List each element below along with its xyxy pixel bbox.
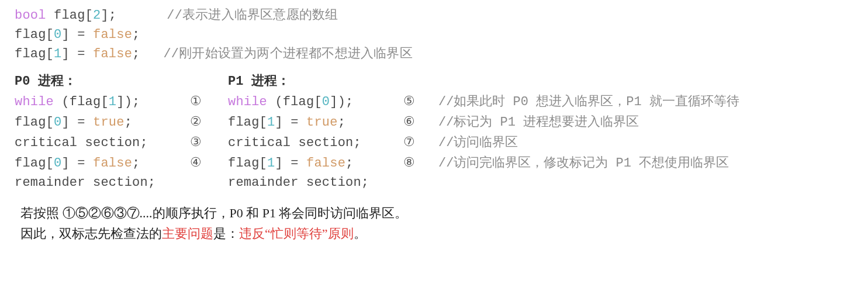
assign: ] = (61, 156, 93, 171)
step-5-icon: ⑤ (403, 91, 415, 110)
decl-line-3: flag[1] = false;//刚开始设置为两个进程都不想进入临界区 (15, 44, 853, 64)
semi: ; (132, 47, 140, 61)
assign: ] = (61, 115, 93, 130)
p0-line-1: while (flag[1]); (15, 92, 190, 112)
notes-2e: 。 (354, 226, 366, 241)
cond-open: (flag[ (54, 95, 109, 109)
idx: 0 (54, 115, 61, 130)
p1-line-1: while (flag[0]); (228, 92, 403, 112)
step-8-icon: ⑧ (403, 153, 415, 172)
notes-line-2: 因此，双标志先检查法的主要问题是：违反“忙则等待”原则。 (20, 223, 853, 244)
flag1: flag[ (15, 47, 54, 61)
step-7-icon: ⑦ (403, 132, 415, 151)
semi: ; (125, 115, 132, 130)
p1-line-3: critical section; (228, 133, 403, 153)
flag0: flag[ (15, 27, 54, 42)
assign: ] = (61, 27, 93, 42)
notes-2c: 是： (213, 226, 239, 241)
p0-header: P0 进程： (15, 72, 190, 91)
keyword-while: while (228, 95, 267, 109)
array-size: 2 (93, 8, 101, 23)
comment-line-3: //访问临界区 (438, 136, 518, 150)
remainder-section: remainder section; (228, 175, 369, 190)
p1-line-5: remainder section; (228, 173, 403, 192)
flag: flag[ (228, 115, 267, 130)
false-literal: false (93, 156, 132, 171)
keyword-bool: bool (15, 8, 46, 23)
flag-idx: 1 (109, 95, 116, 109)
semi: ; (132, 156, 140, 171)
remainder-section: remainder section; (15, 175, 155, 190)
idx: 1 (267, 115, 275, 130)
assign: ] = (275, 156, 306, 171)
step-6-icon: ⑥ (403, 112, 415, 131)
decl-line-1: bool flag[2];//表示进入临界区意愿的数组 (15, 6, 853, 25)
step-2-icon: ② (190, 112, 202, 131)
step-1-icon: ① (190, 91, 202, 110)
assign: ] = (61, 47, 93, 61)
flag: flag[ (228, 156, 267, 171)
notes-2d-highlight: 违反“忙则等待”原则 (239, 226, 354, 241)
cond-open: (flag[ (267, 95, 322, 109)
p0-line-4: flag[0] = false; (15, 154, 190, 173)
p1-line-2: flag[1] = true; (228, 113, 403, 132)
p0-line-5: remainder section; (15, 173, 190, 192)
false-literal: false (306, 156, 345, 171)
true-literal: true (306, 115, 338, 130)
decl-line-2: flag[0] = false; (15, 25, 853, 44)
decl-text: flag[ (46, 8, 93, 23)
flag-idx: 0 (322, 95, 330, 109)
notes-2a: 因此，双标志先检查法的 (20, 226, 162, 241)
p1-line-4: flag[1] = false; (228, 154, 403, 173)
false-literal: false (93, 47, 132, 61)
keyword-while: while (15, 95, 54, 109)
comment-line-1: //如果此时 P0 想进入临界区，P1 就一直循环等待 (438, 95, 739, 109)
false-literal: false (93, 27, 132, 42)
decl-end: ]; (101, 8, 116, 23)
cond-close: ]); (116, 95, 140, 109)
true-literal: true (93, 115, 125, 130)
semi: ; (345, 156, 353, 171)
comment-line-2: //标记为 P1 进程想要进入临界区 (438, 115, 639, 130)
cond-close: ]); (330, 95, 353, 109)
comment-1: //表示进入临界区意愿的数组 (167, 8, 338, 23)
p0-line-3: critical section; (15, 133, 190, 153)
p0-line-2: flag[0] = true; (15, 113, 190, 132)
semi: ; (338, 115, 345, 130)
critical-section: critical section; (15, 136, 148, 150)
step-4-icon: ④ (190, 153, 202, 172)
p1-header: P1 进程： (228, 72, 403, 91)
notes-2b-highlight: 主要问题 (162, 226, 213, 241)
idx0: 0 (54, 27, 61, 42)
notes-block: 若按照 ①⑤②⑥③⑦....的顺序执行，P0 和 P1 将会同时访问临界区。 因… (15, 203, 853, 244)
flag: flag[ (15, 156, 54, 171)
assign: ] = (275, 115, 306, 130)
idx1: 1 (54, 47, 61, 61)
step-3-icon: ③ (190, 132, 202, 151)
notes-line-1: 若按照 ①⑤②⑥③⑦....的顺序执行，P0 和 P1 将会同时访问临界区。 (20, 203, 853, 223)
comment-line-4: //访问完临界区，修改标记为 P1 不想使用临界区 (438, 156, 729, 171)
semi: ; (132, 27, 140, 42)
comment-2: //刚开始设置为两个进程都不想进入临界区 (163, 47, 412, 61)
idx: 1 (267, 156, 275, 171)
idx: 0 (54, 156, 61, 171)
flag: flag[ (15, 115, 54, 130)
critical-section: critical section; (228, 136, 361, 150)
